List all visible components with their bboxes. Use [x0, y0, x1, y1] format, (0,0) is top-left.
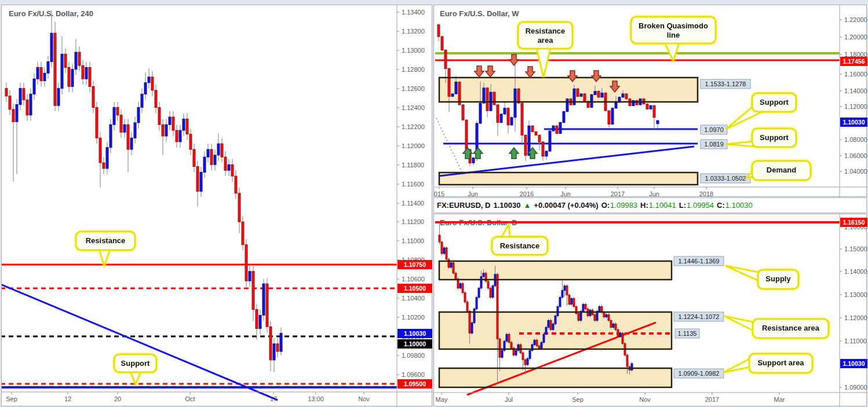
status-close-value: 1.10030 [725, 201, 753, 210]
candle [608, 315, 610, 321]
callout-resistance[interactable]: Resistance [492, 225, 548, 255]
callout-box [631, 17, 716, 43]
zone-box[interactable] [439, 261, 672, 280]
candle [573, 299, 575, 307]
candle [186, 119, 188, 134]
candle [589, 310, 591, 316]
candle [176, 130, 178, 142]
callout-support-2[interactable]: Support [726, 129, 796, 147]
candle [612, 324, 614, 327]
zone-box[interactable] [439, 368, 672, 387]
candle [625, 94, 628, 99]
status-symbol[interactable]: FX:EURUSD, D [437, 201, 490, 210]
candle [590, 95, 593, 108]
candle [527, 358, 528, 365]
callout-text: Support [760, 133, 789, 142]
candle [252, 272, 254, 310]
callout-resistance[interactable]: Resistance [76, 232, 135, 266]
candle [127, 124, 129, 149]
callout-text: area [538, 36, 554, 45]
bullish-arrow-icon[interactable] [509, 148, 519, 159]
bearish-arrow-icon[interactable] [526, 67, 535, 78]
candle [542, 142, 544, 156]
callout-resistance-area[interactable]: Resistance area [724, 316, 829, 338]
candle [455, 273, 457, 279]
candle [16, 105, 18, 122]
candle [585, 305, 586, 309]
zone-price-label-text: 1.1533-1.1278 [705, 80, 746, 87]
candle [256, 310, 258, 329]
bullish-arrow-icon[interactable] [473, 148, 483, 159]
bearish-arrow-icon[interactable] [486, 66, 495, 77]
callout-demand[interactable]: Demand [747, 161, 811, 180]
candle [448, 68, 450, 96]
candle [110, 124, 112, 148]
candle [571, 299, 572, 305]
candle [657, 120, 659, 124]
price-axis-label: 1.11000 [844, 338, 867, 344]
price-axis-label: 1.11200 [402, 218, 424, 225]
zone-price-label-text: 1.1224-1.1072 [679, 313, 720, 320]
price-flag-text: 1.09500 [404, 380, 426, 387]
time-axis-label: 2017 [705, 396, 719, 403]
candle [116, 108, 119, 115]
candle [78, 52, 81, 65]
candle [471, 322, 473, 333]
chart-canvas-240[interactable]: 1.134001.132001.130001.128001.126001.124… [2, 5, 433, 407]
bearish-arrow-icon[interactable] [475, 66, 484, 77]
candle [552, 126, 555, 131]
price-axis-label: 1.11000 [402, 237, 424, 244]
callout-tail [665, 42, 679, 61]
zone-box[interactable] [439, 78, 698, 102]
candle [37, 67, 39, 79]
candle [196, 167, 199, 192]
candle [439, 235, 440, 242]
price-flag-text: 1.16150 [843, 219, 865, 226]
candle [193, 149, 195, 167]
candle-series [5, 10, 282, 373]
candle [583, 94, 586, 101]
candle [453, 263, 454, 273]
status-open-value: 1.09983 [610, 201, 637, 210]
candle [165, 124, 167, 136]
price-axis-label: 1.11400 [402, 200, 424, 207]
candle [522, 353, 524, 360]
trend-line[interactable] [2, 284, 278, 400]
callout-resistance-area[interactable]: Resistancearea [518, 22, 572, 77]
candle [462, 105, 464, 120]
candle [479, 103, 482, 123]
chart-canvas-weekly[interactable]: 1.1533-1.12781.09701.08191.0333-1.05021.… [434, 5, 867, 197]
chart-canvas-daily[interactable]: 1.1446-1.13691.1224-1.10721.11351.0909-1… [434, 214, 867, 407]
candle [262, 284, 265, 315]
callout-support-1[interactable]: Support [726, 93, 796, 129]
candle [510, 118, 513, 125]
candle [144, 83, 147, 94]
time-axis-label: 20 [114, 395, 121, 402]
candle [619, 333, 621, 336]
dotted-trend-line[interactable] [436, 118, 462, 173]
callout-text: Resistance [86, 236, 126, 245]
callout-support[interactable]: Support [114, 354, 156, 384]
candle [75, 52, 77, 69]
zone-price-label-text: 1.0333-1.0502 [705, 175, 746, 182]
callout-tail [99, 249, 110, 266]
callout-supply[interactable]: Supply [725, 266, 798, 289]
callout-support-area[interactable]: Support area [724, 354, 812, 373]
candle [123, 124, 126, 132]
chart-panel-daily: Euro Fx/U.S. Dollar, D 1.1446-1.13691.12… [433, 214, 867, 406]
candle [469, 311, 471, 333]
candle [480, 277, 482, 288]
candle [538, 135, 541, 142]
price-axis-label: 1.10600 [402, 276, 425, 283]
candle [68, 67, 70, 86]
price-axis-label: 1.10200 [402, 314, 425, 321]
price-axis-label: 1.13400 [402, 9, 425, 16]
candle [578, 314, 579, 321]
candle [594, 315, 596, 321]
price-axis-label: 1.12000 [402, 142, 425, 149]
candle [594, 91, 596, 95]
bearish-arrow-icon[interactable] [509, 54, 519, 65]
zone-box[interactable] [439, 173, 698, 185]
callout-text: Supply [765, 274, 791, 283]
candle [249, 272, 251, 281]
